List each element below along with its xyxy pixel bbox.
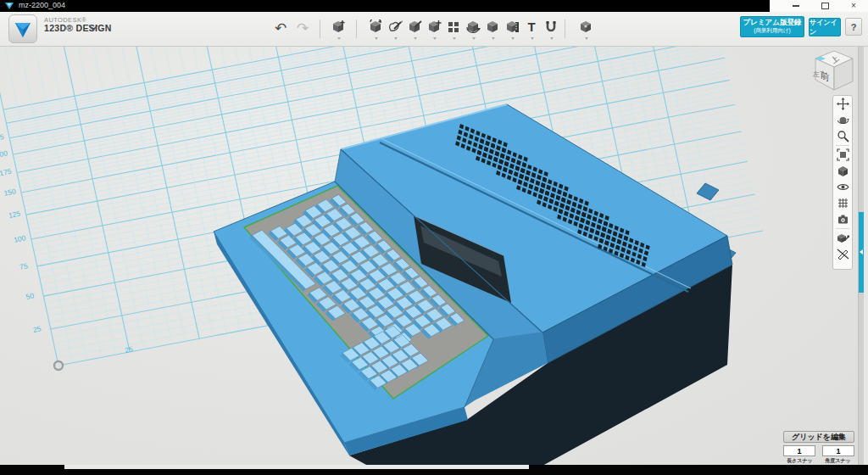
- tool-sketch[interactable]: [386, 18, 405, 42]
- zoom-button[interactable]: [833, 128, 852, 144]
- bottom-bar: [0, 465, 868, 475]
- tool-primitives[interactable]: [329, 18, 348, 42]
- toolbar-separator: [565, 20, 565, 38]
- toolbar-separator: [356, 20, 357, 38]
- tool-construct[interactable]: [405, 18, 425, 42]
- svg-text:225: 225: [0, 132, 5, 143]
- tool-combine[interactable]: [483, 18, 503, 42]
- tool-measure[interactable]: [503, 18, 522, 42]
- material-mode-button[interactable]: [833, 230, 852, 246]
- 3d-viewport[interactable]: 25507510012515017520022525: [0, 47, 858, 465]
- svg-text:100: 100: [13, 233, 26, 244]
- model-tab-upper[interactable]: [697, 183, 719, 200]
- grid-origin-marker: [54, 361, 63, 370]
- visibility-button[interactable]: [833, 179, 852, 195]
- title-bar: mz-2200_004 ×: [0, 0, 868, 12]
- minimize-button[interactable]: [782, 0, 810, 12]
- svg-text:25: 25: [32, 324, 42, 334]
- screenshot-button[interactable]: [833, 211, 852, 227]
- fit-button[interactable]: [833, 147, 852, 163]
- app-logo-icon: [5, 2, 14, 10]
- premium-register-button[interactable]: プレミアム版登録 (商業利用向け): [740, 16, 804, 37]
- rail-separator: [836, 145, 849, 146]
- premium-register-label: プレミアム版登録: [741, 19, 804, 27]
- view-cube[interactable]: 上 前 左: [810, 48, 858, 95]
- tool-pattern[interactable]: [444, 18, 464, 42]
- tool-text[interactable]: T: [522, 18, 542, 42]
- premium-register-sublabel: (商業利用向け): [741, 27, 804, 33]
- tool-group-material: [576, 18, 596, 42]
- angle-snap-input[interactable]: 1: [822, 445, 854, 456]
- redo-button[interactable]: ↷: [293, 19, 312, 37]
- tool-snap[interactable]: [542, 18, 561, 42]
- view-nav-rail: [832, 95, 853, 270]
- orbit-button[interactable]: [833, 112, 852, 128]
- help-button[interactable]: ?: [845, 18, 862, 36]
- svg-text:200: 200: [0, 148, 8, 159]
- toolbar-separator: [320, 20, 320, 38]
- sign-in-button[interactable]: サインイン: [809, 18, 841, 36]
- svg-text:175: 175: [0, 167, 13, 178]
- svg-text:50: 50: [25, 291, 36, 301]
- svg-text:75: 75: [19, 261, 29, 271]
- svg-text:25: 25: [124, 344, 134, 355]
- 123d-logo-icon: [9, 15, 36, 42]
- window-title: mz-2200_004: [19, 1, 65, 9]
- svg-text:T: T: [527, 20, 535, 34]
- length-snap-input[interactable]: 1: [783, 445, 815, 456]
- brand-block: AUTODESK® 123D® DESIGN: [44, 17, 112, 34]
- app-menu-chevron-icon[interactable]: [88, 25, 98, 31]
- scene-svg[interactable]: 25507510012515017520022525: [0, 47, 858, 465]
- account-buttons: プレミアム版登録 (商業利用向け) サインイン ?: [740, 16, 862, 37]
- tool-material[interactable]: [576, 18, 596, 42]
- viewcube-left-label: 左: [813, 70, 820, 78]
- tool-modify[interactable]: [425, 18, 444, 42]
- app-toolbar: AUTODESK® 123D® DESIGN ↶ ↷: [0, 12, 868, 47]
- brand-123d-design: 123D® DESIGN: [44, 24, 112, 34]
- computer-model[interactable]: [214, 104, 736, 465]
- restore-button[interactable]: [810, 0, 839, 12]
- tool-transform[interactable]: [366, 18, 386, 42]
- svg-text:150: 150: [3, 187, 16, 198]
- view-box-button[interactable]: [833, 163, 852, 179]
- taskbar-strip: [64, 465, 529, 469]
- undo-button[interactable]: ↶: [271, 19, 290, 37]
- tool-group: [329, 18, 348, 42]
- tool-group-main: T: [366, 18, 561, 42]
- edit-grid-button[interactable]: グリッドを編集: [783, 431, 854, 443]
- grid-toggle-button[interactable]: [833, 195, 852, 211]
- expand-arrow-icon: [860, 249, 863, 254]
- window-controls: ×: [770, 0, 868, 12]
- sketch-visibility-button[interactable]: [833, 246, 852, 262]
- tool-grouping[interactable]: [464, 18, 483, 42]
- rail-separator: [836, 228, 849, 229]
- pan-button[interactable]: [833, 96, 852, 112]
- side-panel-strip[interactable]: [858, 47, 864, 465]
- svg-text:125: 125: [8, 209, 21, 220]
- close-button[interactable]: ×: [839, 0, 868, 12]
- window-edge: [864, 47, 868, 465]
- app-logo-tile[interactable]: [8, 14, 37, 43]
